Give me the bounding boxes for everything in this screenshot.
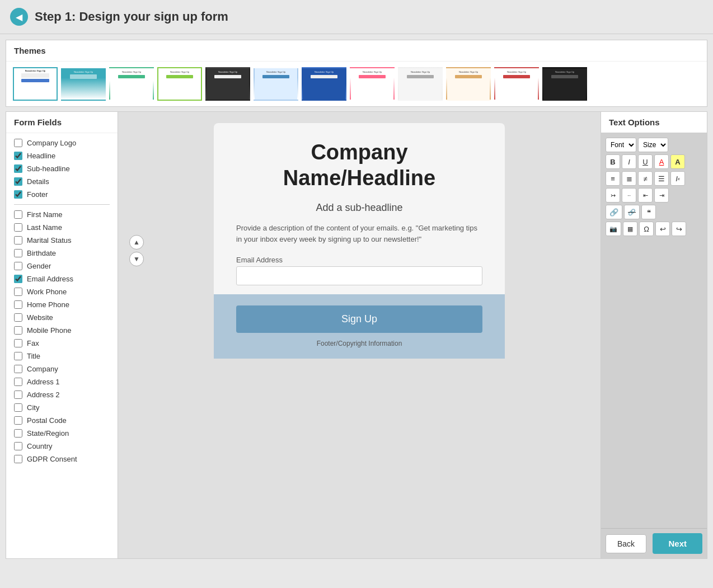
theme-1[interactable]: Newsletter Sign Up xyxy=(13,67,58,101)
theme-12[interactable]: Newsletter Sign Up xyxy=(542,67,587,101)
field-home-phone[interactable]: Home Phone xyxy=(6,298,118,311)
field-marital-status[interactable]: Marital Status xyxy=(6,234,118,247)
label-details[interactable]: Details xyxy=(27,177,49,186)
field-address2[interactable]: Address 2 xyxy=(6,388,118,401)
field-work-phone[interactable]: Work Phone xyxy=(6,285,118,298)
label-email-address[interactable]: Email Address xyxy=(27,275,73,283)
align-center-button[interactable]: ≣ xyxy=(622,171,636,186)
field-company-logo[interactable]: Company Logo xyxy=(6,137,118,149)
label-sub-headline[interactable]: Sub-headline xyxy=(27,164,70,173)
back-button[interactable]: Back xyxy=(606,534,646,553)
arrow-up-button[interactable]: ▲ xyxy=(129,235,144,250)
checkbox-fax[interactable] xyxy=(14,339,22,347)
checkbox-gdpr-consent[interactable] xyxy=(14,455,22,463)
omega-button[interactable]: Ω xyxy=(639,222,654,236)
field-address1[interactable]: Address 1 xyxy=(6,375,118,388)
field-details[interactable]: Details xyxy=(6,175,118,188)
theme-7[interactable]: Newsletter Sign Up xyxy=(302,67,346,101)
theme-2[interactable]: Newsletter Sign Up xyxy=(61,67,106,101)
bg-color-button[interactable]: A xyxy=(670,154,685,169)
redo-button[interactable]: ↪ xyxy=(672,222,686,236)
clear-format-button[interactable]: Ix xyxy=(670,171,685,186)
label-postal-code[interactable]: Postal Code xyxy=(27,416,67,425)
checkbox-website[interactable] xyxy=(14,313,22,322)
link-button[interactable]: 🔗 xyxy=(606,205,622,219)
checkbox-birthdate[interactable] xyxy=(14,249,22,257)
theme-8[interactable]: Newsletter Sign Up xyxy=(350,67,395,101)
checkbox-title[interactable] xyxy=(14,352,22,360)
label-mobile-phone[interactable]: Mobile Phone xyxy=(27,326,72,335)
theme-9[interactable]: Newsletter Sign Up xyxy=(398,67,443,101)
checkbox-city[interactable] xyxy=(14,403,22,412)
theme-11[interactable]: Newsletter Sign Up xyxy=(494,67,539,101)
label-company[interactable]: Company xyxy=(27,365,58,373)
checkbox-address2[interactable] xyxy=(14,391,22,399)
next-button[interactable]: Next xyxy=(653,533,702,554)
theme-10[interactable]: Newsletter Sign Up xyxy=(446,67,491,101)
label-address1[interactable]: Address 1 xyxy=(27,378,60,386)
label-country[interactable]: Country xyxy=(27,442,53,450)
indent-more-button[interactable]: ⇥ xyxy=(654,188,669,203)
label-footer[interactable]: Footer xyxy=(27,190,48,199)
checkbox-country[interactable] xyxy=(14,442,22,450)
field-first-name[interactable]: First Name xyxy=(6,208,118,221)
theme-6[interactable]: Newsletter Sign Up xyxy=(254,67,298,101)
back-icon-button[interactable]: ◀ xyxy=(10,8,28,26)
checkbox-headline[interactable] xyxy=(14,152,22,160)
field-postal-code[interactable]: Postal Code xyxy=(6,414,118,427)
field-mobile-phone[interactable]: Mobile Phone xyxy=(6,324,118,337)
checkbox-sub-headline[interactable] xyxy=(14,164,22,173)
checkbox-mobile-phone[interactable] xyxy=(14,326,22,335)
theme-4[interactable]: Newsletter Sign Up xyxy=(157,67,202,101)
label-city[interactable]: City xyxy=(27,403,39,412)
field-sub-headline[interactable]: Sub-headline xyxy=(6,162,118,175)
preview-details[interactable]: Provide a description of the content of … xyxy=(236,223,482,244)
label-gdpr-consent[interactable]: GDPR Consent xyxy=(27,455,77,463)
undo-button[interactable]: ↩ xyxy=(655,222,670,236)
label-work-phone[interactable]: Work Phone xyxy=(27,288,67,296)
checkbox-marital-status[interactable] xyxy=(14,236,22,244)
checkbox-last-name[interactable] xyxy=(14,223,22,232)
field-country[interactable]: Country xyxy=(6,440,118,453)
field-gender[interactable]: Gender xyxy=(6,260,118,272)
field-gdpr-consent[interactable]: GDPR Consent xyxy=(6,453,118,465)
size-select[interactable]: Size xyxy=(638,138,668,152)
checkbox-email-address[interactable] xyxy=(14,275,22,283)
field-fax[interactable]: Fax xyxy=(6,337,118,350)
table-button[interactable]: ▦ xyxy=(623,222,637,236)
label-headline[interactable]: Headline xyxy=(27,152,55,160)
field-headline[interactable]: Headline xyxy=(6,149,118,162)
field-city[interactable]: City xyxy=(6,401,118,414)
theme-3[interactable]: Newsletter Sign Up xyxy=(109,67,154,101)
font-select[interactable]: Font xyxy=(606,138,636,152)
signup-button[interactable]: Sign Up xyxy=(236,305,482,333)
checkbox-first-name[interactable] xyxy=(14,210,22,219)
indent-less-button[interactable]: ⇤ xyxy=(638,188,653,203)
font-color-button[interactable]: A xyxy=(654,154,669,169)
unordered-list-button[interactable]: ∙∙ xyxy=(622,188,636,203)
align-justify-button[interactable]: ☰ xyxy=(654,171,669,186)
underline-button[interactable]: U xyxy=(638,154,653,169)
label-address2[interactable]: Address 2 xyxy=(27,391,60,399)
checkbox-details[interactable] xyxy=(14,177,22,186)
align-left-button[interactable]: ≡ xyxy=(606,171,620,186)
label-first-name[interactable]: First Name xyxy=(27,210,63,219)
label-company-logo[interactable]: Company Logo xyxy=(27,139,76,147)
arrow-down-button[interactable]: ▼ xyxy=(129,252,144,266)
field-footer[interactable]: Footer xyxy=(6,188,118,201)
label-state-region[interactable]: State/Region xyxy=(27,429,69,438)
label-fax[interactable]: Fax xyxy=(27,339,39,347)
field-company[interactable]: Company xyxy=(6,363,118,375)
unlink-button[interactable]: 🔗 xyxy=(624,205,640,219)
preview-email-input[interactable] xyxy=(236,266,482,285)
label-website[interactable]: Website xyxy=(27,313,53,322)
label-home-phone[interactable]: Home Phone xyxy=(27,300,69,309)
preview-headline[interactable]: CompanyName/Headline xyxy=(236,140,482,191)
checkbox-home-phone[interactable] xyxy=(14,300,22,309)
checkbox-address1[interactable] xyxy=(14,378,22,386)
checkbox-company[interactable] xyxy=(14,365,22,373)
checkbox-gender[interactable] xyxy=(14,262,22,270)
blockquote-button[interactable]: ❝ xyxy=(641,205,656,219)
theme-5[interactable]: Newsletter Sign Up xyxy=(205,67,250,101)
checkbox-state-region[interactable] xyxy=(14,429,22,438)
